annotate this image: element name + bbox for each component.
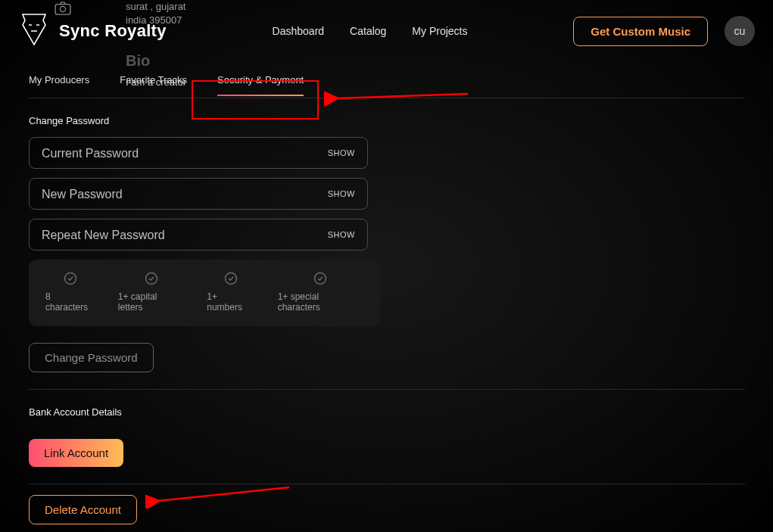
tab-security-payment[interactable]: Security & Payment — [217, 64, 304, 96]
show-toggle-current[interactable]: SHOW — [328, 148, 355, 157]
link-account-button[interactable]: Link Account — [29, 439, 123, 467]
repeat-password-input[interactable] — [42, 229, 328, 241]
rule-label: 1+ capital letters — [118, 291, 184, 313]
avatar[interactable]: cu — [725, 16, 755, 46]
svg-point-3 — [145, 273, 157, 285]
tab-my-producers[interactable]: My Producers — [29, 64, 89, 96]
current-password-field[interactable]: SHOW — [29, 137, 368, 169]
rule-label: 1+ numbers — [207, 291, 254, 313]
delete-account-button[interactable]: Delete Account — [29, 495, 137, 524]
tab-favorite-tracks[interactable]: Favorite Tracks — [120, 64, 187, 96]
svg-point-4 — [225, 273, 236, 285]
nav-my-projects[interactable]: My Projects — [412, 25, 467, 37]
main-nav: Dashboard Catalog My Projects — [273, 25, 468, 37]
change-password-button[interactable]: Change Password — [29, 343, 154, 372]
nav-dashboard[interactable]: Dashboard — [273, 25, 325, 37]
divider — [29, 484, 745, 484]
rule-label: 8 characters — [45, 291, 95, 313]
header: Sync Royalty Dashboard Catalog My Projec… — [0, 0, 773, 62]
check-circle-icon — [313, 272, 327, 285]
header-right: Get Custom Music cu — [573, 16, 755, 46]
change-password-title: Change Password — [29, 115, 744, 126]
new-password-field[interactable]: SHOW — [29, 178, 368, 210]
brand-name: Sync Royalty — [59, 21, 167, 41]
rule-capital-letters: 1+ capital letters — [118, 272, 184, 313]
logo-icon — [18, 11, 50, 51]
password-rules: 8 characters 1+ capital letters 1+ numbe… — [29, 260, 380, 326]
new-password-input[interactable] — [42, 188, 328, 201]
show-toggle-repeat[interactable]: SHOW — [328, 230, 355, 239]
profile-tabs: My Producers Favorite Tracks Security & … — [29, 62, 744, 98]
check-circle-icon — [64, 272, 77, 285]
check-circle-icon — [145, 272, 158, 285]
repeat-password-field[interactable]: SHOW — [29, 219, 368, 250]
divider — [29, 389, 745, 390]
rule-label: 1+ special characters — [278, 291, 363, 313]
nav-catalog[interactable]: Catalog — [350, 25, 386, 37]
svg-point-2 — [64, 273, 76, 285]
rule-numbers: 1+ numbers — [207, 272, 254, 313]
svg-point-5 — [315, 273, 326, 285]
bank-account-title: Bank Account Details — [29, 406, 744, 418]
rule-8-characters: 8 characters — [45, 272, 95, 313]
get-custom-music-button[interactable]: Get Custom Music — [573, 17, 708, 46]
check-circle-icon — [224, 272, 238, 285]
rule-special-characters: 1+ special characters — [278, 272, 363, 313]
current-password-input[interactable] — [42, 147, 328, 160]
show-toggle-new[interactable]: SHOW — [328, 189, 355, 198]
brand: Sync Royalty — [18, 11, 167, 51]
